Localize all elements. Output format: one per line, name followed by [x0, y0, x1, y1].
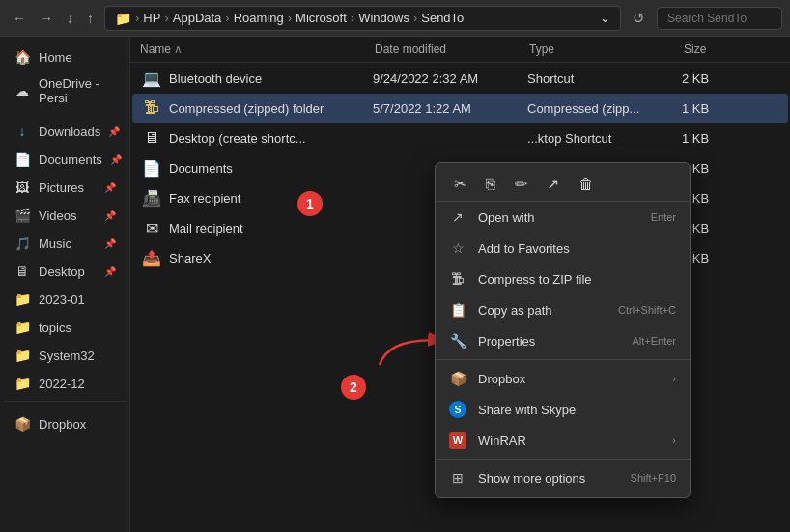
- main-area: 🏠 Home ☁ OneDrive - Persi ↓ Downloads 📌 …: [0, 37, 790, 532]
- open-with-icon: ↗: [449, 209, 466, 226]
- sidebar-item-downloads[interactable]: ↓ Downloads 📌: [4, 118, 126, 145]
- ctx-delete-button[interactable]: 🗑: [574, 174, 599, 195]
- up-button[interactable]: ↑: [82, 9, 99, 28]
- pin-icon-6: 📌: [104, 266, 116, 277]
- file-icon-mail: ✉: [142, 218, 161, 238]
- winrar-icon: W: [449, 432, 466, 449]
- onedrive-icon: ☁: [14, 82, 31, 99]
- sidebar-item-system32[interactable]: 📁 System32: [4, 342, 126, 369]
- sidebar-label-2022-12: 2022-12: [39, 377, 85, 391]
- breadcrumb-roaming[interactable]: Roaming: [234, 11, 284, 25]
- context-menu-toolbar: ✂ ⎘ ✏ ↗ 🗑: [436, 167, 690, 202]
- breadcrumb-windows[interactable]: Windows: [358, 11, 409, 25]
- sidebar-label-2023-01: 2023-01: [39, 293, 85, 307]
- music-icon: 🎵: [14, 235, 31, 252]
- ctx-dropbox[interactable]: 📦 Dropbox ›: [436, 363, 690, 394]
- sidebar-item-home[interactable]: 🏠 Home: [4, 43, 126, 70]
- sidebar-item-music[interactable]: 🎵 Music 📌: [4, 230, 126, 257]
- ctx-properties-label: Properties: [478, 334, 620, 349]
- file-icon-bluetooth: 💻: [142, 69, 161, 88]
- ctx-compress-zip[interactable]: 🗜 Compress to ZIP file: [436, 264, 690, 294]
- sidebar-label-desktop: Desktop: [39, 265, 85, 279]
- breadcrumb[interactable]: 📁 › HP › AppData › Roaming › Microsoft ›…: [104, 6, 621, 31]
- file-size: 1 KB: [682, 131, 759, 146]
- sidebar-item-2022-12[interactable]: 📁 2022-12: [4, 370, 126, 397]
- ctx-show-more[interactable]: ⊞ Show more options Shift+F10: [436, 462, 690, 493]
- sidebar-item-onedrive[interactable]: ☁ OneDrive - Persi: [4, 71, 126, 110]
- sep1: ›: [164, 11, 168, 25]
- file-icon-fax: 📠: [142, 188, 161, 208]
- sidebar-item-documents[interactable]: 📄 Documents 📌: [4, 146, 126, 173]
- folder-icon-topics: 📁: [14, 319, 31, 336]
- breadcrumb-sep: ›: [135, 11, 139, 25]
- sidebar-label-system32: System32: [39, 349, 95, 363]
- ctx-share-skype[interactable]: S Share with Skype: [436, 394, 690, 425]
- file-size: 2 KB: [682, 71, 759, 86]
- ctx-winrar-arrow: ›: [672, 434, 676, 446]
- badge-2: 2: [341, 375, 366, 400]
- nav-buttons: ← → ↓ ↑: [8, 9, 99, 28]
- videos-icon: 🎬: [14, 207, 31, 224]
- sidebar-item-topics[interactable]: 📁 topics: [4, 314, 126, 341]
- ctx-copy-button[interactable]: ⎘: [481, 174, 500, 195]
- col-extra: [761, 42, 780, 56]
- file-name-cell: 🖥 Desktop (create shortc...: [142, 128, 373, 148]
- breadcrumb-microsoft[interactable]: Microsoft: [296, 11, 347, 25]
- breadcrumb-hp[interactable]: HP: [143, 11, 160, 25]
- file-header: Name ∧ Date modified Type Size: [130, 37, 790, 63]
- file-area: Name ∧ Date modified Type Size 💻 Bluetoo…: [130, 37, 790, 532]
- ctx-rename-button[interactable]: ✏: [510, 173, 532, 195]
- downloads-icon: ↓: [14, 123, 31, 140]
- ctx-cut-button[interactable]: ✂: [449, 173, 471, 195]
- folder-icon-2023: 📁: [14, 291, 31, 308]
- file-size: 3 KB: [682, 191, 759, 206]
- file-size: 1 KB: [682, 101, 759, 116]
- ctx-add-favorites-label: Add to Favorites: [478, 241, 676, 256]
- ctx-properties[interactable]: 🔧 Properties Alt+Enter: [436, 325, 690, 356]
- refresh-button[interactable]: ↺: [627, 8, 651, 29]
- ctx-add-favorites[interactable]: ☆ Add to Favorites: [436, 233, 690, 264]
- sidebar-label-home: Home: [39, 50, 72, 65]
- ctx-share-button[interactable]: ↗: [542, 173, 564, 195]
- file-name-cell: 💻 Bluetooth device: [142, 69, 373, 88]
- ctx-winrar[interactable]: W WinRAR ›: [436, 425, 690, 456]
- back-button[interactable]: ←: [8, 9, 31, 28]
- sidebar-item-desktop[interactable]: 🖥 Desktop 📌: [4, 258, 126, 285]
- sidebar-item-2023-01[interactable]: 📁 2023-01: [4, 286, 126, 313]
- ctx-dropbox-arrow: ›: [672, 373, 676, 384]
- pin-icon: 📌: [108, 126, 120, 137]
- context-menu: ✂ ⎘ ✏ ↗ 🗑 ↗ Open with Enter ☆ Add to Fav…: [435, 162, 691, 498]
- breadcrumb-dropdown[interactable]: ⌄: [600, 11, 610, 25]
- file-type: Compressed (zipp...: [527, 101, 682, 116]
- pin-icon-2: 📌: [110, 154, 122, 165]
- sidebar-label-documents: Documents: [39, 153, 102, 167]
- ctx-copy-path-shortcut: Ctrl+Shift+C: [618, 304, 676, 316]
- desktop-icon: 🖥: [14, 263, 31, 280]
- breadcrumb-sendto[interactable]: SendTo: [421, 11, 464, 25]
- ctx-open-with-shortcut: Enter: [651, 211, 676, 223]
- sidebar-item-dropbox[interactable]: 📦 Dropbox: [4, 410, 126, 437]
- sidebar-item-pictures[interactable]: 🖼 Pictures 📌: [4, 174, 126, 201]
- dropbox-ctx-icon: 📦: [449, 370, 466, 387]
- table-row[interactable]: 🗜 Compressed (zipped) folder 5/7/2022 1:…: [132, 94, 788, 123]
- table-row[interactable]: 💻 Bluetooth device 9/24/2022 2:32 AM Sho…: [132, 64, 788, 93]
- dropdown-button[interactable]: ↓: [62, 9, 78, 28]
- file-name-cell: 📄 Documents: [142, 158, 373, 178]
- sidebar: 🏠 Home ☁ OneDrive - Persi ↓ Downloads 📌 …: [0, 37, 130, 532]
- file-name: ShareX: [169, 251, 211, 266]
- dropbox-icon: 📦: [14, 415, 31, 433]
- file-size: 1 KB: [682, 221, 759, 236]
- breadcrumb-appdata[interactable]: AppData: [173, 11, 222, 25]
- forward-button[interactable]: →: [35, 9, 58, 28]
- ctx-copy-path-label: Copy as path: [478, 303, 607, 318]
- col-name: Name ∧: [140, 42, 375, 56]
- search-input[interactable]: [657, 7, 782, 30]
- ctx-open-with[interactable]: ↗ Open with Enter: [436, 202, 690, 233]
- ctx-copy-path[interactable]: 📋 Copy as path Ctrl+Shift+C: [436, 294, 690, 325]
- table-row[interactable]: 🖥 Desktop (create shortc... ...ktop Shor…: [132, 124, 788, 153]
- show-more-icon: ⊞: [449, 469, 466, 487]
- sidebar-item-videos[interactable]: 🎬 Videos 📌: [4, 202, 126, 229]
- ctx-divider-1: [436, 359, 690, 360]
- file-icon-sharex: 📤: [142, 248, 161, 267]
- ctx-winrar-label: WinRAR: [478, 434, 661, 448]
